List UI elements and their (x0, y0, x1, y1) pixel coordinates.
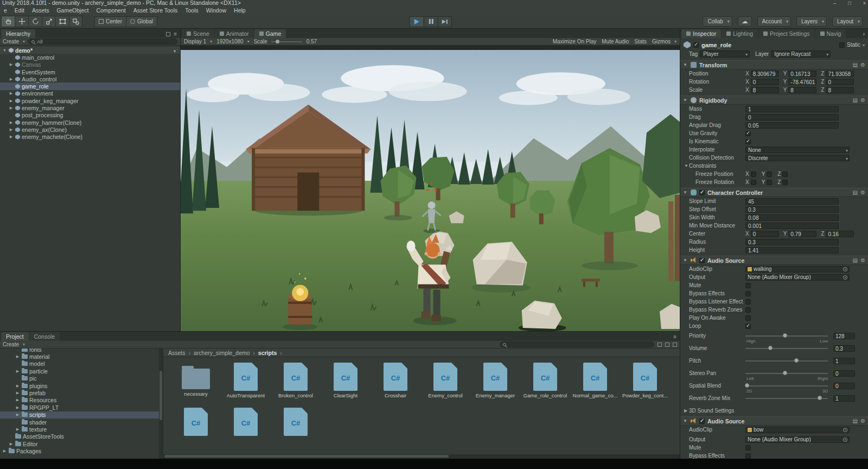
expand-icon[interactable] (9, 121, 14, 125)
folder-item[interactable]: material (0, 353, 163, 360)
hierarchy-item[interactable]: powder_keg_manager (0, 97, 180, 104)
volume-value[interactable]: 0.3 (833, 345, 855, 352)
project-file-folder[interactable]: necessary (172, 360, 220, 398)
hierarchy-item-selected[interactable]: game_role (0, 83, 180, 90)
slider-knob[interactable] (768, 346, 773, 350)
tab-overflow-icon[interactable] (863, 31, 865, 37)
bypass-effects-checkbox[interactable] (745, 291, 751, 296)
spatial-blend-value[interactable]: 0 (833, 383, 855, 389)
menu-item-asset-store-tools[interactable]: Asset Store Tools (130, 7, 182, 14)
hierarchy-item[interactable]: main_control (0, 54, 180, 61)
position-y-field[interactable]: 0.16713 (788, 71, 816, 77)
hierarchy-search-input[interactable]: All (28, 39, 177, 45)
gizmos-dropdown[interactable]: Gizmos (652, 39, 676, 45)
rotate-tool-button[interactable] (28, 16, 42, 27)
pitch-value[interactable]: 1 (833, 358, 855, 364)
reverb-zone-mix-value[interactable]: 1 (833, 395, 855, 402)
game-viewport[interactable] (181, 46, 680, 331)
rotation-x-field[interactable]: 0 (751, 79, 779, 85)
folder-item[interactable]: fonts (0, 348, 163, 353)
menu-item-edit[interactable]: Edit (11, 7, 28, 14)
audioclip-field[interactable]: walking (745, 266, 850, 272)
tag-dropdown[interactable]: Player (700, 50, 750, 58)
center-y-field[interactable]: 0.79 (788, 231, 816, 237)
angular-drag-field[interactable]: 0.05 (745, 122, 839, 129)
component-enabled-checkbox[interactable] (699, 258, 705, 263)
freeze-rotation-y-checkbox[interactable] (767, 180, 772, 185)
pitch-slider[interactable] (745, 360, 828, 362)
use-gravity-checkbox[interactable] (745, 131, 751, 136)
menu-item-assets[interactable]: Assets (28, 7, 53, 14)
menu-item-window[interactable]: Window (202, 7, 230, 14)
radius-field[interactable]: 0.3 (745, 239, 839, 245)
expand-icon[interactable] (2, 48, 7, 52)
rigidbody-header[interactable]: Rigidbody (680, 96, 868, 105)
project-file[interactable]: C#ClearSight (322, 360, 369, 398)
folder-item[interactable]: AssetStoreTools (0, 433, 163, 440)
slider-knob[interactable] (745, 383, 749, 388)
reference-icon[interactable] (853, 257, 858, 263)
menu-item-component[interactable]: Component (92, 7, 129, 14)
mass-field[interactable]: 1 (745, 106, 839, 112)
tab-project-settings[interactable]: Project Settings (758, 29, 815, 38)
fold-icon[interactable] (684, 408, 689, 413)
drag-field[interactable]: 0 (745, 114, 839, 121)
project-create-button[interactable]: Create (3, 341, 25, 347)
expand-icon[interactable] (15, 413, 20, 417)
slider-knob[interactable] (794, 358, 799, 363)
output-field[interactable]: None (Audio Mixer Group) (745, 274, 850, 281)
static-dropdown-icon[interactable] (863, 42, 865, 48)
priority-value[interactable]: 128 (833, 333, 855, 339)
tab-hierarchy[interactable]: Hierarchy (1, 29, 35, 38)
project-file[interactable]: C#Enemy_manager (471, 360, 519, 398)
component-enabled-checkbox[interactable] (699, 419, 705, 424)
folder-item[interactable]: model (0, 360, 163, 367)
project-file[interactable]: C#Normal_game_co... (571, 360, 619, 398)
scrollbar-thumb[interactable] (164, 455, 449, 458)
tab-lighting[interactable]: Lighting (722, 29, 758, 38)
project-file[interactable]: C#Powder_keg_cont... (621, 360, 669, 398)
folder-item[interactable]: shader (0, 419, 163, 426)
project-file[interactable]: C#Enemy_control (422, 360, 469, 398)
collab-dropdown[interactable]: Collab (703, 16, 732, 27)
tab-project[interactable]: Project (1, 332, 29, 341)
mute-checkbox[interactable] (745, 283, 751, 288)
bypass-reverb-checkbox[interactable] (745, 307, 751, 313)
project-file[interactable]: C#Crosshair (372, 360, 419, 398)
expand-icon[interactable] (9, 77, 14, 81)
expand-icon[interactable] (9, 91, 14, 96)
tab-navigation[interactable]: Navig (815, 29, 846, 38)
game-render[interactable] (181, 50, 680, 331)
freeze-rotation-z-checkbox[interactable] (782, 180, 788, 185)
move-tool-button[interactable] (15, 16, 28, 27)
hierarchy-item[interactable]: enemy_machete(Clone) (0, 134, 180, 141)
rotation-z-field[interactable]: 0 (826, 79, 854, 85)
gear-icon[interactable] (860, 189, 865, 195)
slider-knob[interactable] (783, 333, 787, 338)
gear-icon[interactable] (860, 97, 865, 103)
position-x-field[interactable]: 8.309679 (751, 71, 779, 77)
panel-menu-icon[interactable] (174, 31, 177, 37)
project-file[interactable]: C#Broken_control (272, 360, 320, 398)
hierarchy-item[interactable]: Audio_control (0, 75, 180, 83)
folder-item[interactable]: Packages (0, 447, 163, 454)
search-by-type-icon[interactable] (658, 343, 662, 347)
gameobject-name[interactable]: game_role (701, 42, 731, 48)
cloud-button[interactable] (738, 16, 752, 27)
step-offset-field[interactable]: 0.3 (745, 206, 839, 213)
slope-limit-field[interactable]: 45 (745, 198, 839, 205)
fold-icon[interactable] (683, 98, 688, 103)
project-file[interactable]: C# (222, 405, 270, 443)
object-picker-icon[interactable] (843, 275, 847, 280)
expand-icon[interactable] (2, 449, 7, 453)
folder-item[interactable]: pic (0, 375, 163, 382)
center-z-field[interactable]: 0.16 (826, 231, 854, 237)
folder-item[interactable]: RPGPP_LT (0, 404, 163, 411)
expand-icon[interactable] (9, 135, 14, 139)
scale-z-field[interactable]: 8 (826, 87, 854, 93)
priority-slider[interactable] (745, 335, 828, 337)
skin-width-field[interactable]: 0.08 (745, 214, 839, 221)
display-dropdown[interactable]: Display 1 (184, 39, 212, 45)
minimize-button[interactable] (833, 1, 836, 6)
favorites-icon[interactable] (673, 343, 677, 347)
